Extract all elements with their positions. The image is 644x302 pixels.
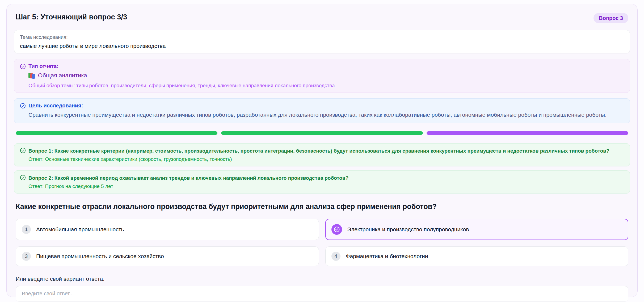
option-number: 3 <box>22 252 31 261</box>
answered-question-answer: Ответ: Прогноз на следующие 5 лет <box>28 183 624 189</box>
research-goal-text: Сравнить конкурентные преимущества и нед… <box>28 111 624 119</box>
option-label: Фармацевтика и биотехнологии <box>346 253 428 259</box>
page-title: Шаг 5: Уточняющий вопрос 3/3 <box>16 13 127 21</box>
research-topic-label: Тема исследования: <box>20 34 624 40</box>
report-type-value-row: Общая аналитика <box>28 72 624 79</box>
answered-question-text: Вопрос 2: Какой временной период охватыв… <box>28 175 348 182</box>
research-topic-box: Тема исследования: самые лучшие роботы в… <box>14 30 630 53</box>
progress-segment-1 <box>16 131 217 135</box>
progress-segment-2 <box>221 131 423 135</box>
question-number-badge: Вопрос 3 <box>594 13 628 23</box>
check-circle-icon <box>20 103 26 109</box>
current-question-title: Какие конкретные отрасли локального прои… <box>16 203 628 211</box>
report-type-label: Тип отчета: <box>28 63 58 69</box>
custom-answer-label: Или введите свой вариант ответа: <box>16 276 628 282</box>
answered-question-answer: Ответ: Основные технические характеристи… <box>28 156 624 162</box>
research-goal-box: Цель исследования: Сравнить конкурентные… <box>14 98 630 123</box>
research-topic-value: самые лучшие роботы в мире локального пр… <box>20 43 624 49</box>
wizard-card: Шаг 5: Уточняющий вопрос 3/3 Вопрос 3 Те… <box>6 4 638 297</box>
report-type-name: Общая аналитика <box>38 72 87 79</box>
option-1[interactable]: 1 Автомобильная промышленность <box>16 219 319 240</box>
custom-answer-input[interactable] <box>16 286 628 301</box>
research-goal-header: Цель исследования: <box>20 103 624 109</box>
header: Шаг 5: Уточняющий вопрос 3/3 Вопрос 3 <box>14 13 630 23</box>
report-type-box: Тип отчета: Общая аналитика Общий обзор … <box>14 59 630 93</box>
answered-question-1: Вопрос 1: Какие конкретные критерии (нап… <box>14 143 630 166</box>
report-type-description: Общий обзор темы: типы роботов, производ… <box>28 83 624 89</box>
option-number: 4 <box>331 252 340 261</box>
answered-question-text: Вопрос 1: Какие конкретные критерии (нап… <box>28 148 609 154</box>
check-circle-icon <box>20 64 26 69</box>
answered-question-2: Вопрос 2: Какой временной период охватыв… <box>14 170 630 194</box>
answered-question-row: Вопрос 2: Какой временной период охватыв… <box>20 175 624 182</box>
research-goal-label: Цель исследования: <box>28 103 83 109</box>
option-2-selected[interactable]: Электроника и производство полупроводник… <box>325 219 629 240</box>
report-type-header: Тип отчета: <box>20 63 624 69</box>
progress-segment-3 <box>427 131 628 135</box>
answered-question-row: Вопрос 1: Какие конкретные критерии (нап… <box>20 148 624 154</box>
selected-check-icon <box>331 224 342 235</box>
answer-options: 1 Автомобильная промышленность Электрони… <box>16 219 628 266</box>
option-3[interactable]: 3 Пищевая промышленность и сельское хозя… <box>16 246 319 266</box>
answered-questions: Вопрос 1: Какие конкретные критерии (нап… <box>14 143 630 193</box>
option-label: Электроника и производство полупроводник… <box>347 226 469 233</box>
option-4[interactable]: 4 Фармацевтика и биотехнологии <box>325 246 629 266</box>
option-label: Пищевая промышленность и сельское хозяйс… <box>36 253 164 259</box>
check-circle-icon <box>20 148 26 154</box>
option-number: 1 <box>22 225 31 234</box>
check-circle-icon <box>20 175 26 182</box>
progress-bar <box>16 131 628 135</box>
option-label: Автомобильная промышленность <box>36 226 124 233</box>
books-icon <box>28 72 35 79</box>
